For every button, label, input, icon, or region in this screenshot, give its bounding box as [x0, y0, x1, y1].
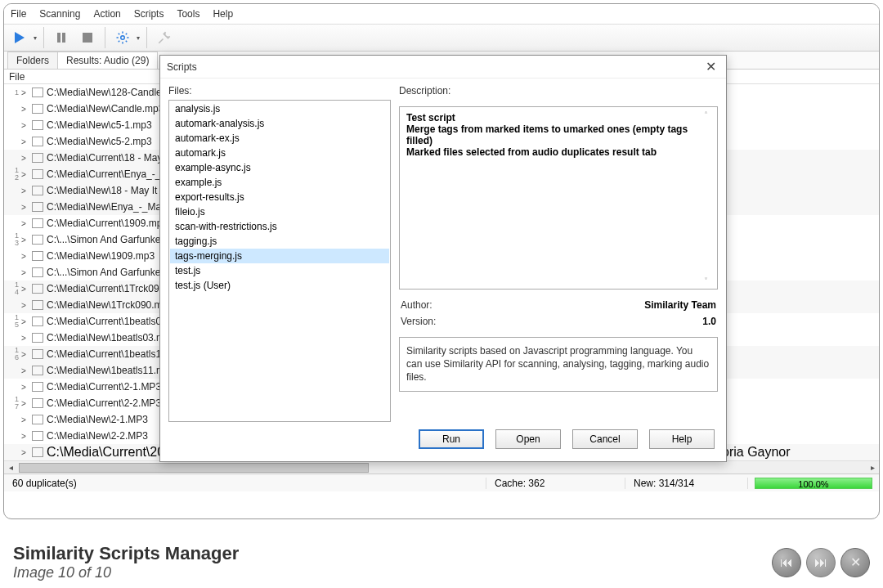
script-list-item[interactable]: test.js: [170, 263, 389, 278]
menu-action[interactable]: Action: [93, 8, 120, 20]
expand-icon[interactable]: >: [19, 268, 29, 277]
expand-icon[interactable]: >: [19, 383, 29, 392]
menu-file[interactable]: File: [11, 8, 26, 20]
group-number: 13: [7, 232, 19, 247]
svg-rect-1: [57, 33, 61, 43]
row-checkbox[interactable]: [32, 447, 43, 457]
row-checkbox[interactable]: [32, 153, 43, 163]
script-list-item[interactable]: automark-ex.js: [170, 131, 389, 146]
run-button[interactable]: Run: [419, 429, 484, 449]
row-checkbox[interactable]: [32, 284, 43, 294]
row-checkbox[interactable]: [32, 251, 43, 261]
expand-icon[interactable]: >: [19, 137, 29, 146]
expand-icon[interactable]: >: [19, 432, 29, 441]
row-checkbox[interactable]: [32, 202, 43, 212]
pause-button[interactable]: [51, 27, 72, 48]
cancel-button[interactable]: Cancel: [572, 429, 638, 449]
gallery-close-button[interactable]: ✕: [840, 548, 870, 577]
desc-line: Merge tags from marked items to umarked …: [406, 123, 688, 146]
expand-icon[interactable]: >: [19, 121, 29, 130]
scroll-right-icon[interactable]: ▸: [866, 463, 879, 472]
script-list-item[interactable]: scan-with-restrictions.js: [170, 219, 389, 234]
row-checkbox[interactable]: [32, 366, 43, 375]
close-icon[interactable]: ✕: [702, 59, 719, 74]
row-checkbox[interactable]: [32, 186, 43, 195]
menu-scripts[interactable]: Scripts: [134, 8, 164, 20]
desc-line: Marked files selected from audio duplica…: [406, 146, 657, 158]
expand-icon[interactable]: >: [19, 448, 29, 457]
row-checkbox[interactable]: [32, 300, 43, 310]
script-list-item[interactable]: automark.js: [170, 146, 389, 160]
help-button[interactable]: Help: [649, 429, 715, 449]
group-number: 12: [7, 167, 19, 182]
expand-icon[interactable]: >: [19, 186, 29, 195]
expand-icon[interactable]: >: [19, 350, 29, 359]
row-checkbox[interactable]: [32, 415, 43, 424]
menu-tools[interactable]: Tools: [177, 8, 199, 20]
row-checkbox[interactable]: [32, 316, 43, 326]
expand-icon[interactable]: >: [19, 203, 29, 212]
expand-icon[interactable]: >: [19, 415, 29, 424]
expand-icon[interactable]: >: [19, 301, 29, 310]
tab-results-audio[interactable]: Results: Audio (29): [57, 52, 158, 69]
row-checkbox[interactable]: [32, 88, 43, 97]
settings-button[interactable]: [112, 27, 133, 48]
expand-icon[interactable]: >: [19, 219, 29, 228]
script-list-item[interactable]: tagging.js: [170, 234, 389, 249]
row-checkbox[interactable]: [32, 349, 43, 359]
expand-icon[interactable]: >: [19, 154, 29, 163]
row-checkbox[interactable]: [32, 104, 43, 114]
tab-folders[interactable]: Folders: [7, 52, 58, 69]
expand-icon[interactable]: >: [19, 285, 29, 294]
scripts-listbox[interactable]: analysis.jsautomark-analysis.jsautomark-…: [168, 100, 391, 422]
expand-icon[interactable]: >: [19, 105, 29, 114]
scroll-thumb[interactable]: [19, 463, 369, 473]
script-list-item[interactable]: export-results.js: [170, 190, 389, 204]
row-checkbox[interactable]: [32, 333, 43, 343]
play-button[interactable]: [9, 27, 30, 48]
script-list-item[interactable]: automark-analysis.js: [170, 116, 389, 131]
script-meta: Author: Similarity Team Version: 1.0: [399, 296, 718, 330]
row-checkbox[interactable]: [32, 218, 43, 228]
row-checkbox[interactable]: [32, 137, 43, 146]
script-list-item[interactable]: fileio.js: [170, 204, 389, 219]
script-list-item[interactable]: tags-merging.js: [170, 249, 389, 263]
expand-icon[interactable]: >: [19, 170, 29, 179]
gallery-count: Image 10 of 10: [13, 564, 239, 581]
version-label: Version:: [401, 316, 436, 327]
expand-icon[interactable]: >: [19, 399, 29, 408]
script-list-item[interactable]: example-async.js: [170, 160, 389, 175]
open-button[interactable]: Open: [495, 429, 561, 449]
row-checkbox[interactable]: [32, 431, 43, 441]
status-new: New: 314/314: [625, 478, 748, 489]
expand-icon[interactable]: >: [19, 317, 29, 326]
gallery-footer: Similarity Scripts Manager Image 10 of 1…: [13, 543, 870, 581]
row-checkbox[interactable]: [32, 398, 43, 408]
svg-point-4: [121, 36, 125, 40]
settings-dropdown-icon[interactable]: ▾: [137, 34, 140, 42]
scroll-left-icon[interactable]: ◂: [4, 463, 17, 472]
expand-icon[interactable]: >: [19, 236, 29, 245]
row-checkbox[interactable]: [32, 267, 43, 277]
play-dropdown-icon[interactable]: ▾: [34, 34, 37, 42]
expand-icon[interactable]: >: [19, 366, 29, 375]
gallery-next-button[interactable]: ⏭: [806, 548, 836, 577]
script-list-item[interactable]: test.js (User): [170, 278, 389, 293]
dialog-title: Scripts: [167, 61, 197, 73]
gallery-prev-button[interactable]: ⏮: [772, 548, 801, 577]
expand-icon[interactable]: >: [19, 252, 29, 261]
row-checkbox[interactable]: [32, 235, 43, 245]
menu-scanning[interactable]: Scanning: [39, 8, 80, 20]
horizontal-scrollbar[interactable]: ◂ ▸: [4, 460, 879, 474]
row-checkbox[interactable]: [32, 382, 43, 392]
expand-icon[interactable]: >: [19, 88, 29, 97]
row-checkbox[interactable]: [32, 169, 43, 179]
stop-button[interactable]: [77, 27, 98, 48]
row-checkbox[interactable]: [32, 120, 43, 130]
script-list-item[interactable]: analysis.js: [170, 101, 389, 116]
script-list-item[interactable]: example.js: [170, 175, 389, 190]
expand-icon[interactable]: >: [19, 334, 29, 343]
menu-help[interactable]: Help: [213, 8, 233, 20]
tools-button[interactable]: [154, 27, 175, 48]
desc-line: Test script: [406, 112, 455, 123]
